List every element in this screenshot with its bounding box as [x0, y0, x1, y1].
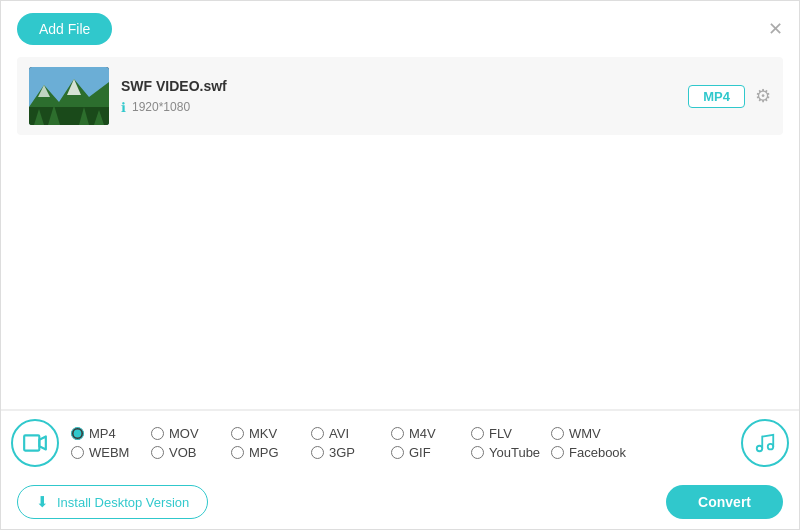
format-label-youtube: YouTube	[489, 445, 540, 460]
format-label-wmv: WMV	[569, 426, 601, 441]
svg-point-11	[757, 446, 763, 452]
format-option-wmv[interactable]: WMV	[551, 426, 631, 441]
radio-mp4[interactable]	[71, 427, 84, 440]
file-list-item: SWF VIDEO.swf ℹ 1920*1080 MP4 ⚙	[17, 57, 783, 135]
format-option-webm[interactable]: WEBM	[71, 445, 151, 460]
format-option-m4v[interactable]: M4V	[391, 426, 471, 441]
convert-button[interactable]: Convert	[666, 485, 783, 519]
radio-flv[interactable]	[471, 427, 484, 440]
radio-vob[interactable]	[151, 446, 164, 459]
format-option-mp4[interactable]: MP4	[71, 426, 151, 441]
format-option-gif[interactable]: GIF	[391, 445, 471, 460]
format-option-vob[interactable]: VOB	[151, 445, 231, 460]
svg-rect-9	[24, 435, 39, 450]
radio-gif[interactable]	[391, 446, 404, 459]
format-label-mov: MOV	[169, 426, 199, 441]
format-option-flv[interactable]: FLV	[471, 426, 551, 441]
file-info: SWF VIDEO.swf ℹ 1920*1080	[121, 78, 676, 115]
install-desktop-button[interactable]: ⬇ Install Desktop Version	[17, 485, 208, 519]
download-icon: ⬇	[36, 493, 49, 511]
header: Add File ✕	[1, 1, 799, 57]
file-resolution: 1920*1080	[132, 100, 190, 114]
format-badge-button[interactable]: MP4	[688, 85, 745, 108]
settings-icon[interactable]: ⚙	[755, 85, 771, 107]
radio-m4v[interactable]	[391, 427, 404, 440]
radio-3gp[interactable]	[311, 446, 324, 459]
format-label-mp4: MP4	[89, 426, 116, 441]
radio-mpg[interactable]	[231, 446, 244, 459]
radio-mkv[interactable]	[231, 427, 244, 440]
format-option-mkv[interactable]: MKV	[231, 426, 311, 441]
action-bar: ⬇ Install Desktop Version Convert	[1, 475, 799, 529]
format-label-vob: VOB	[169, 445, 196, 460]
format-option-3gp[interactable]: 3GP	[311, 445, 391, 460]
svg-point-12	[768, 444, 774, 450]
format-label-gif: GIF	[409, 445, 431, 460]
radio-wmv[interactable]	[551, 427, 564, 440]
install-button-label: Install Desktop Version	[57, 495, 189, 510]
format-label-webm: WEBM	[89, 445, 129, 460]
format-label-mkv: MKV	[249, 426, 277, 441]
file-actions: MP4 ⚙	[688, 85, 771, 108]
info-icon[interactable]: ℹ	[121, 100, 126, 115]
format-option-facebook[interactable]: Facebook	[551, 445, 631, 460]
svg-marker-10	[39, 437, 46, 450]
radio-youtube[interactable]	[471, 446, 484, 459]
main-content-area	[1, 135, 799, 395]
radio-mov[interactable]	[151, 427, 164, 440]
radio-facebook[interactable]	[551, 446, 564, 459]
file-meta: ℹ 1920*1080	[121, 100, 676, 115]
format-label-avi: AVI	[329, 426, 349, 441]
format-label-facebook: Facebook	[569, 445, 626, 460]
format-option-mov[interactable]: MOV	[151, 426, 231, 441]
format-option-mpg[interactable]: MPG	[231, 445, 311, 460]
video-format-icon-button[interactable]	[11, 419, 59, 467]
format-label-3gp: 3GP	[329, 445, 355, 460]
format-bar: MP4 MOV MKV AVI M4V	[1, 410, 799, 475]
format-label-flv: FLV	[489, 426, 512, 441]
bottom-bar: MP4 MOV MKV AVI M4V	[1, 409, 799, 529]
file-name: SWF VIDEO.swf	[121, 78, 676, 94]
close-button[interactable]: ✕	[768, 20, 783, 38]
format-label-mpg: MPG	[249, 445, 279, 460]
format-option-avi[interactable]: AVI	[311, 426, 391, 441]
format-option-youtube[interactable]: YouTube	[471, 445, 551, 460]
audio-format-icon-button[interactable]	[741, 419, 789, 467]
radio-avi[interactable]	[311, 427, 324, 440]
add-file-button[interactable]: Add File	[17, 13, 112, 45]
file-thumbnail	[29, 67, 109, 125]
format-label-m4v: M4V	[409, 426, 436, 441]
radio-webm[interactable]	[71, 446, 84, 459]
